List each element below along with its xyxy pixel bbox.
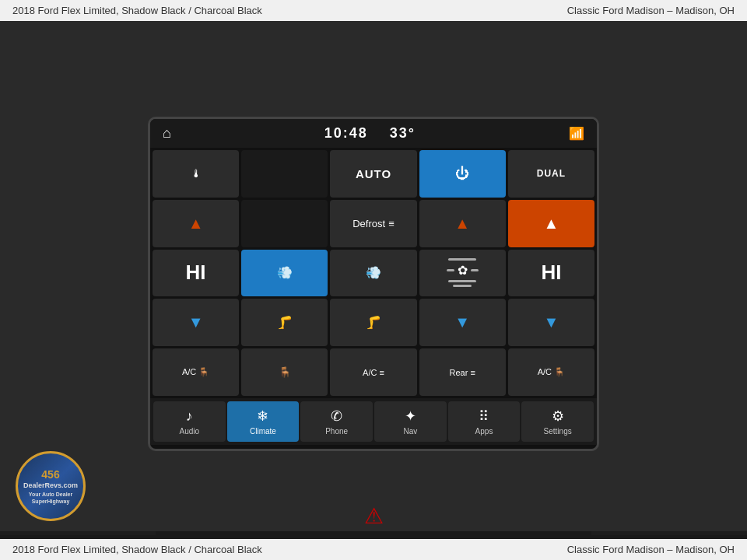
auto-label: AUTO (356, 167, 391, 180)
fan-lines: ✿ (447, 258, 479, 287)
ac-row: A/C ≡ (363, 368, 384, 377)
nav-icon: ✦ (405, 408, 416, 425)
power-btn[interactable]: ⏻ (419, 150, 506, 198)
top-bar-left: 2018 Ford Flex Limited, Shadow Black / C… (12, 5, 262, 16)
wifi-icon: 📶 (569, 126, 584, 141)
home-icon[interactable]: ⌂ (163, 125, 171, 142)
right-temp-display: HI (508, 250, 594, 297)
defrost-label: Defrost (352, 218, 385, 229)
defrost-menu-icon: ≡ (388, 218, 395, 229)
rear-label: Rear (450, 368, 468, 377)
apps-label: Apps (475, 427, 493, 436)
rear-row: Rear ≡ (450, 368, 475, 377)
screen-body: 🌡 AUTO ⏻ DUAL ▲ (150, 148, 597, 445)
watermark-tagline: Your Auto Dealer SuperHighway (18, 491, 83, 505)
vent-right-btn[interactable]: 💨 (330, 250, 416, 297)
ac-label: A/C (363, 368, 377, 377)
hazard-icon: ⚠ (364, 504, 384, 528)
fan-down-btn[interactable]: ▼ (419, 299, 506, 346)
settings-label: Settings (544, 427, 572, 436)
steering-heat-icon: 🌡 (191, 167, 202, 180)
bottom-bar-left: 2018 Ford Flex Limited, Shadow Black / C… (12, 544, 262, 555)
vent-left-icon: 💨 (277, 265, 293, 280)
nav-audio-btn[interactable]: ♪ Audio (153, 401, 226, 442)
foot-vent-btn[interactable]: 🦵 (241, 299, 328, 346)
nav-settings-btn[interactable]: ⚙ Settings (521, 401, 594, 442)
temp-down-left-btn[interactable]: ▼ (153, 299, 239, 346)
left-temp-display: HI (153, 250, 239, 297)
fan-line-1 (448, 258, 476, 261)
fan-up-btn[interactable]: ▲ (419, 200, 506, 247)
down-arrow-left-icon: ▼ (188, 313, 204, 331)
audio-label: Audio (180, 427, 200, 436)
audio-icon: ♪ (186, 408, 193, 425)
nav-nav-btn[interactable]: ✦ Nav (374, 401, 447, 442)
rear-menu-icon: ≡ (470, 368, 475, 377)
ac-btn[interactable]: A/C ≡ (330, 348, 416, 396)
dual-label: DUAL (537, 168, 566, 179)
spacer-2 (241, 200, 328, 247)
bottom-nav: ♪ Audio ❄ Climate ✆ Phone ✦ Nav ⠿ Apps (150, 398, 597, 445)
fan-line-left (447, 269, 454, 271)
top-bar-right: Classic Ford Madison – Madison, OH (567, 5, 735, 16)
ac-menu-icon: ≡ (379, 368, 384, 377)
down-arrow-right-icon: ▼ (543, 313, 559, 331)
spacer-1 (241, 150, 328, 198)
clock: 10:48 (324, 125, 368, 141)
vent-right-icon: 💨 (366, 265, 381, 280)
temp-up-right-btn[interactable]: ▲ (508, 200, 594, 247)
fan-symbol: ✿ (458, 263, 468, 278)
fan-up-icon: ▲ (454, 215, 470, 233)
vent-left-btn[interactable]: 💨 (241, 250, 328, 297)
dual-btn[interactable]: DUAL (508, 150, 594, 198)
fan-line-right (471, 269, 479, 271)
time-temp: 10:48 33° (324, 125, 416, 142)
watermark-circle: 456 DealerRevs.com Your Auto Dealer Supe… (16, 451, 86, 521)
ac-left-seat-icon: A/C 🪑 (182, 367, 209, 377)
up-arrow-left-icon: ▲ (188, 215, 204, 233)
temp-up-left-btn[interactable]: ▲ (153, 200, 239, 247)
nav-phone-btn[interactable]: ✆ Phone (300, 401, 373, 442)
defrost-row: Defrost ≡ (352, 218, 395, 229)
bottom-bar-right: Classic Ford Madison – Madison, OH (567, 544, 735, 555)
right-seat-heat-icon: A/C 🪑 (538, 367, 565, 377)
watermark: 456 DealerRevs.com Your Auto Dealer Supe… (16, 451, 86, 521)
screen-header: ⌂ 10:48 33° 📶 (150, 119, 597, 148)
rear-btn[interactable]: Rear ≡ (419, 348, 506, 396)
nav-apps-btn[interactable]: ⠿ Apps (448, 401, 521, 442)
climate-grid: 🌡 AUTO ⏻ DUAL ▲ (150, 148, 597, 398)
seat-heat-1-btn[interactable]: 🪑 (241, 348, 328, 396)
fan-down-icon: ▼ (454, 313, 470, 331)
settings-icon: ⚙ (552, 408, 564, 425)
watermark-site: DealerRevs.com (23, 481, 78, 491)
main-content: ⌂ 10:48 33° 📶 🌡 AUTO (0, 21, 747, 531)
nav-label: Nav (403, 427, 417, 436)
fan-line-3 (453, 285, 472, 287)
fan-speed-display: ✿ (419, 250, 506, 297)
watermark-number: 456 (41, 467, 59, 481)
phone-label: Phone (325, 427, 348, 436)
foot-vent-icon: 🦵 (277, 315, 293, 330)
bottom-bar: 2018 Ford Flex Limited, Shadow Black / C… (0, 539, 747, 560)
hazard-triangle[interactable]: ⚠ (364, 503, 384, 529)
right-seat-heat-btn[interactable]: A/C 🪑 (508, 348, 594, 396)
auto-btn[interactable]: AUTO (330, 150, 416, 198)
right-temp-value: HI (541, 261, 561, 285)
left-temp-value: HI (186, 261, 206, 285)
climate-icon: ❄ (257, 408, 268, 425)
foot-vent2-btn[interactable]: 🦵 (330, 299, 416, 346)
nav-climate-btn[interactable]: ❄ Climate (227, 401, 300, 442)
phone-icon: ✆ (331, 408, 342, 425)
seat-heat-1-icon: 🪑 (279, 366, 291, 378)
outside-temp: 33° (390, 125, 416, 141)
foot-vent2-icon: 🦵 (366, 315, 381, 330)
power-icon: ⏻ (455, 166, 469, 182)
ac-left-seat-btn[interactable]: A/C 🪑 (153, 348, 239, 396)
temp-down-right-btn[interactable]: ▼ (508, 299, 594, 346)
seat-heat-left-btn[interactable]: 🌡 (153, 150, 239, 198)
apps-icon: ⠿ (479, 408, 489, 425)
defrost-btn[interactable]: Defrost ≡ (330, 200, 416, 247)
top-bar: 2018 Ford Flex Limited, Shadow Black / C… (0, 0, 747, 21)
fan-line-2 (448, 280, 476, 282)
infotainment-screen: ⌂ 10:48 33° 📶 🌡 AUTO (148, 117, 599, 451)
